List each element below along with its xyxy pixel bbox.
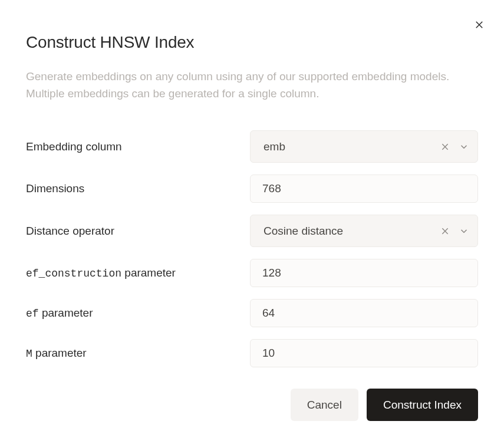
cancel-button[interactable]: Cancel: [291, 389, 358, 421]
dialog-description: Generate embeddings on any column using …: [26, 68, 478, 102]
dimensions-input[interactable]: [250, 175, 478, 203]
ef-input[interactable]: [250, 299, 478, 327]
construct-index-button[interactable]: Construct Index: [367, 389, 478, 421]
field-label: Distance operator: [26, 225, 250, 238]
construct-hnsw-dialog: Construct HNSW Index Generate embeddings…: [0, 0, 504, 444]
mono-text: M: [26, 348, 32, 360]
label-rest: parameter: [121, 267, 176, 279]
field-row-embedding-column: Embedding column emb: [26, 130, 478, 163]
clear-icon[interactable]: [440, 226, 450, 236]
select-value: emb: [263, 140, 440, 153]
field-row-ef-construction: ef_construction parameter: [26, 259, 478, 287]
close-icon: [474, 19, 485, 32]
field-row-ef: ef parameter: [26, 299, 478, 327]
label-rest: parameter: [39, 307, 93, 319]
close-button[interactable]: [472, 19, 486, 33]
select-value: Cosine distance: [263, 225, 440, 238]
field-label: ef parameter: [26, 307, 250, 320]
distance-operator-select[interactable]: Cosine distance: [250, 215, 478, 247]
field-label: Dimensions: [26, 182, 250, 195]
embedding-column-select[interactable]: emb: [250, 130, 478, 163]
field-label: Embedding column: [26, 140, 250, 153]
field-row-distance-operator: Distance operator Cosine distance: [26, 215, 478, 247]
mono-text: ef: [26, 308, 39, 320]
label-rest: parameter: [32, 347, 87, 359]
clear-icon[interactable]: [440, 142, 450, 152]
dialog-title: Construct HNSW Index: [26, 33, 478, 52]
chevron-down-icon[interactable]: [459, 142, 469, 152]
chevron-down-icon[interactable]: [459, 226, 469, 236]
field-row-m: M parameter: [26, 339, 478, 367]
mono-text: ef_construction: [26, 268, 121, 279]
field-label: M parameter: [26, 347, 250, 360]
field-row-dimensions: Dimensions: [26, 175, 478, 203]
m-input[interactable]: [250, 339, 478, 367]
field-label: ef_construction parameter: [26, 267, 250, 279]
button-row: Cancel Construct Index: [26, 389, 478, 421]
ef-construction-input[interactable]: [250, 259, 478, 287]
